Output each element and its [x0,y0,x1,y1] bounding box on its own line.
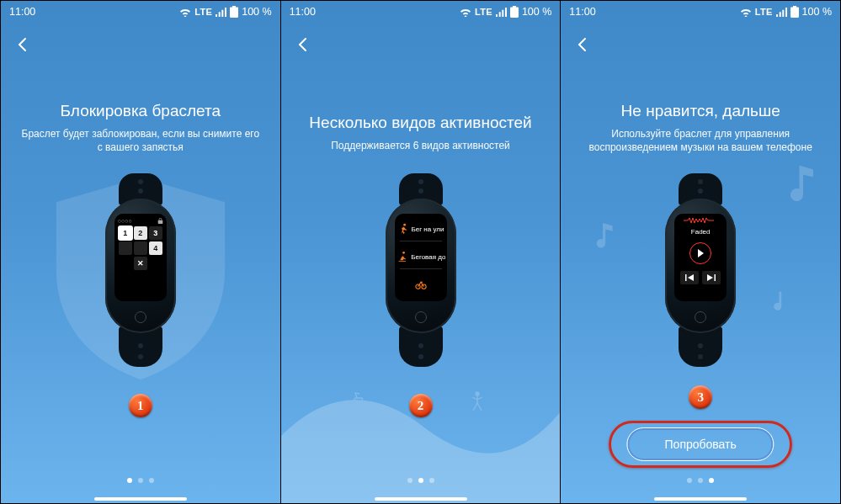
cycle-icon [415,279,427,290]
band-touch-button [135,311,146,323]
status-bar: 11:00 LTE 100 % [281,1,561,23]
nav-handle[interactable] [94,497,187,501]
try-button[interactable]: Попробовать [627,427,774,461]
content: Не нравится, дальше Используйте браслет … [561,102,840,154]
step-badge-1: 1 [129,394,152,417]
page-dots [281,478,561,483]
battery-pct: 100 % [242,6,271,18]
band-screen-activity: Бег на ули Беговая до [395,214,447,301]
back-button[interactable] [572,34,593,55]
lte-label: LTE [475,7,492,17]
band-device: Faded [665,173,736,367]
nav-handle[interactable] [375,497,467,501]
step-badge-3: 3 [689,385,712,409]
battery-pct: 100 % [522,6,551,18]
battery-icon [790,6,799,18]
battery-icon [230,6,238,18]
status-time: 11:00 [569,6,595,18]
key-3: 3 [149,226,162,240]
onboarding-screen-3: 11:00 LTE 100 % Не нравится, дальше Испо… [560,1,840,503]
onboarding-screen-1: 11:00 LTE 100 % Блокировка браслета Брас… [0,1,280,503]
key-del: ✕ [134,257,147,270]
play-icon [689,242,711,264]
run-icon [397,223,408,235]
status-time: 11:00 [290,6,316,18]
status-right: LTE 100 % [460,6,551,18]
page-subtitle: Используйте браслет для управления воспр… [579,127,822,154]
lte-label: LTE [194,7,212,17]
signal-icon [776,8,787,17]
svg-rect-0 [158,220,163,224]
page-subtitle: Браслет будет заблокирован, если вы сним… [19,127,262,154]
battery-pct: 100 % [802,6,832,18]
back-button[interactable] [13,34,33,55]
status-bar: 11:00 LTE 100 % [561,1,840,23]
band-screen-lock: ○○○○ 1 2 3 4 ✕ [114,214,167,301]
music-note-icon [773,161,823,211]
svg-point-3 [476,392,479,395]
key-blank-2 [134,241,147,255]
key-blank-1 [119,241,132,255]
page-title: Несколько видов активностей [300,114,542,132]
prev-icon [680,271,699,284]
band-device: Бег на ули Беговая до [386,173,456,367]
signal-icon [216,8,226,17]
wifi-icon [179,8,191,17]
step-badge-2: 2 [409,394,433,417]
band-screen-music: Faded [674,214,727,301]
page-title: Блокировка браслета [19,102,262,120]
music-note-icon [584,220,620,255]
key-2: 2 [134,226,147,240]
status-bar: 11:00 LTE 100 % [1,1,280,23]
onboarding-screen-2: 11:00 LTE 100 % Несколько видов активнос… [280,1,561,503]
activity-2-label: Беговая до [411,253,444,261]
page-dots [1,478,280,483]
page-title: Не нравится, дальше [579,102,822,120]
band-touch-button [415,311,427,323]
nav-handle[interactable] [654,497,747,501]
key-1: 1 [119,226,132,240]
music-track: Faded [691,228,711,236]
content: Блокировка браслета Браслет будет заблок… [1,102,280,154]
activity-1-label: Бег на ули [412,225,444,233]
lte-label: LTE [755,7,773,17]
page-dots [561,478,840,483]
battery-icon [510,6,519,18]
next-icon [702,271,721,284]
status-right: LTE 100 % [179,6,271,18]
status-right: LTE 100 % [740,6,832,18]
svg-point-4 [403,224,406,226]
back-button[interactable] [293,34,313,55]
status-time: 11:00 [9,6,35,18]
signal-icon [496,8,507,17]
content: Несколько видов активностей Поддерживает… [281,114,561,152]
wifi-icon [460,8,471,17]
band-device: ○○○○ 1 2 3 4 ✕ [105,173,176,367]
band-touch-button [695,311,706,323]
wifi-icon [740,8,752,17]
treadmill-icon [397,251,408,263]
key-4: 4 [149,241,162,255]
page-subtitle: Поддерживается 6 видов активностей [300,139,542,152]
svg-point-5 [402,252,405,254]
music-note-icon [768,287,798,317]
soundwave-icon [684,218,717,223]
